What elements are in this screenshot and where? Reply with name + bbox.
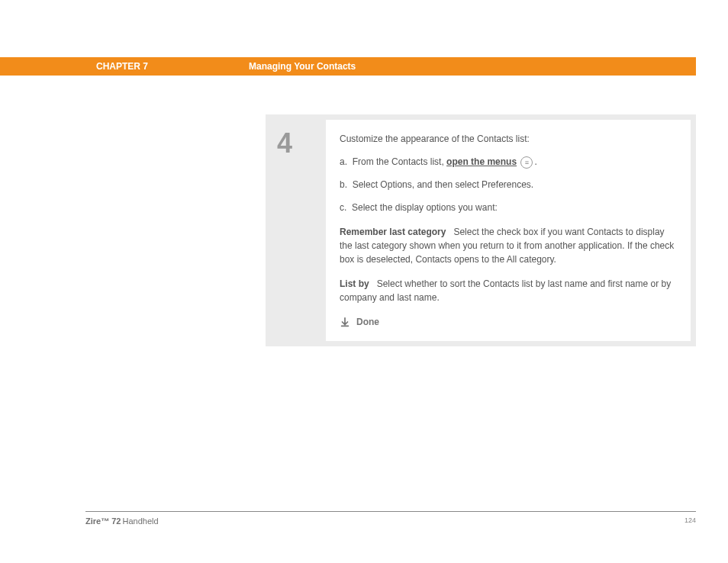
step-intro: Customize the appearance of the Contacts… xyxy=(340,132,677,146)
item-text-end: . xyxy=(534,156,536,167)
step-list: a. From the Contacts list, open the menu… xyxy=(340,155,677,214)
footer-left: Zire™ 72 Handheld xyxy=(85,516,159,526)
option-label: Remember last category xyxy=(340,227,446,237)
header-band: CHAPTER 7 Managing Your Contacts xyxy=(0,57,696,76)
item-text: Select Options, and then select Preferen… xyxy=(353,179,533,190)
section-title: Managing Your Contacts xyxy=(249,61,356,72)
footer-product: Handheld xyxy=(122,516,158,526)
step-item-b: b. Select Options, and then select Prefe… xyxy=(340,178,677,191)
step-item-a: a. From the Contacts list, open the menu… xyxy=(340,155,677,169)
done-row: Done xyxy=(340,315,677,329)
step-box: 4 Customize the appearance of the Contac… xyxy=(266,114,696,346)
menu-icon: ≡ xyxy=(520,156,533,169)
option-remember: Remember last category Select the check … xyxy=(340,225,677,266)
step-content: Customize the appearance of the Contacts… xyxy=(326,120,691,341)
done-label: Done xyxy=(356,315,379,329)
item-prefix: a. xyxy=(340,156,347,167)
step-number-column: 4 xyxy=(271,120,326,341)
step-item-c: c. Select the display options you want: xyxy=(340,201,677,214)
option-label: List by xyxy=(340,278,369,289)
step-number: 4 xyxy=(277,127,326,159)
footer-page-number: 124 xyxy=(685,516,696,526)
chapter-label: CHAPTER 7 xyxy=(96,61,148,72)
option-listby: List by Select whether to sort the Conta… xyxy=(340,277,677,304)
open-menus-link[interactable]: open the menus xyxy=(446,156,517,167)
done-arrow-icon xyxy=(340,317,350,327)
item-prefix: b. xyxy=(340,179,347,190)
item-text: From the Contacts list, xyxy=(353,156,446,167)
footer-brand: Zire™ 72 xyxy=(85,516,121,526)
option-text: Select whether to sort the Contacts list… xyxy=(340,278,671,303)
item-text: Select the display options you want: xyxy=(352,202,498,213)
page-footer: Zire™ 72 Handheld 124 xyxy=(85,511,696,526)
item-prefix: c. xyxy=(340,202,346,213)
